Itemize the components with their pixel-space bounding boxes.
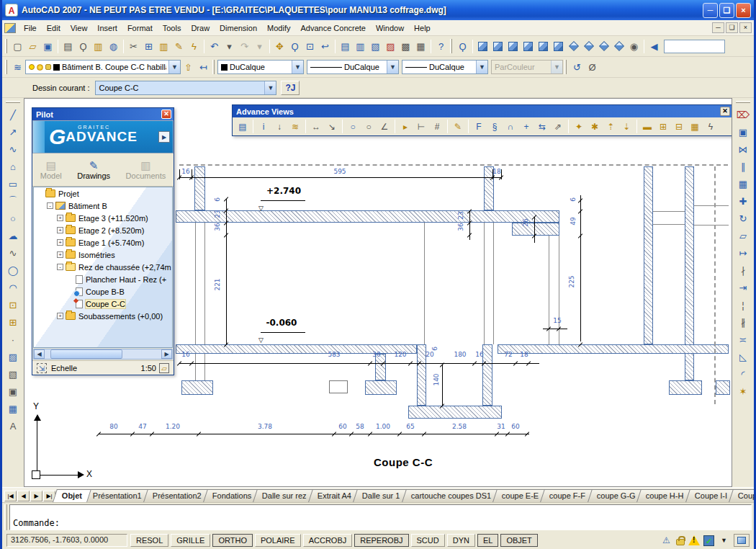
revision-cloud-icon[interactable]: ☁	[5, 227, 21, 244]
tab-cartouche-coupes-ds1[interactable]: cartouche coupes DS1	[402, 489, 500, 502]
expand-icon[interactable]: +	[57, 227, 63, 233]
sheet-set-manager-icon[interactable]: ▧	[368, 39, 383, 54]
rectangle-icon[interactable]: ▭	[5, 175, 21, 192]
clean-screen-button[interactable]	[734, 534, 750, 547]
pilot-tab-drawings[interactable]: ✎Drawings	[77, 160, 110, 180]
toolbar-lock-icon[interactable]	[676, 539, 685, 545]
stretch-icon[interactable]: ↦	[735, 244, 751, 262]
dimension-angle-icon[interactable]: ∠	[377, 119, 392, 135]
zoom-previous-icon[interactable]: ↩	[318, 39, 333, 54]
multiline-text-icon[interactable]: A	[5, 417, 21, 434]
lineweight-combo-dropdown[interactable]: ▼	[476, 61, 487, 73]
ellipse-icon[interactable]: ◯	[5, 262, 21, 279]
match-line-icon[interactable]: ⇆	[534, 119, 550, 135]
view-bottom-icon[interactable]	[490, 39, 505, 54]
design-center-icon[interactable]: ▥	[353, 39, 368, 54]
tree-item-coupe-b-b[interactable]: Coupe B-B	[34, 285, 172, 298]
communication-center-icon[interactable]: ⚠	[660, 535, 672, 546]
toolbar-grip[interactable]	[212, 60, 215, 74]
zoom-window-icon[interactable]: ⊡	[302, 39, 318, 54]
named-views-icon[interactable]: Ϙ	[455, 39, 470, 54]
scroll-right-icon[interactable]: ▶	[161, 349, 172, 359]
gradient-icon[interactable]: ▧	[5, 365, 21, 383]
tab-dalle-sur-1[interactable]: Dalle sur 1	[353, 489, 409, 502]
trim-icon[interactable]: ∤	[735, 262, 751, 279]
color-combo-dropdown[interactable]: ▼	[292, 61, 303, 73]
toolbar-grip[interactable]	[5, 39, 7, 53]
child-window-icon[interactable]	[4, 23, 16, 33]
new-file-icon[interactable]: ▢	[10, 39, 25, 54]
menu-advance-concrete[interactable]: Advance Concrete	[295, 22, 371, 34]
dimension-auto-icon[interactable]: ▸	[397, 119, 413, 135]
block-editor-icon[interactable]: ϟ	[186, 39, 202, 54]
warning-icon[interactable]	[688, 535, 700, 545]
dimension-single-icon[interactable]: ⊢	[413, 119, 429, 135]
pan-realtime-icon[interactable]: ✥	[272, 39, 287, 54]
redo-list-icon[interactable]: ▾	[252, 39, 267, 54]
advance-views-title-bar[interactable]: Advance Views ✕	[233, 105, 732, 117]
toolbar-grip[interactable]	[736, 101, 750, 103]
toggle-dyn[interactable]: DYN	[447, 534, 475, 547]
menu-help[interactable]: Help	[409, 22, 436, 34]
make-object-layer-current-icon[interactable]: ⇧	[181, 60, 196, 75]
toolbar-grip[interactable]	[6, 101, 20, 103]
restore-button[interactable]: ❏	[719, 3, 734, 18]
dimension-leader-icon[interactable]: ↘	[324, 119, 340, 135]
cut-symbol-icon[interactable]: +	[518, 119, 534, 135]
tree-item-etage-2-8-520m-[interactable]: +Etage 2 (+8.520m)	[34, 224, 172, 236]
sheet-icon[interactable]: ▱	[159, 363, 169, 373]
chamfer-icon[interactable]: ◺	[735, 348, 751, 365]
match-properties-icon[interactable]: ✎	[171, 39, 186, 54]
expand-icon[interactable]: +	[57, 251, 63, 258]
expand-icon[interactable]: +	[57, 313, 63, 319]
paste-icon[interactable]: ▥	[156, 39, 171, 54]
expand-icon[interactable]: +	[57, 239, 63, 246]
axis-circle-b-icon[interactable]: ○	[361, 119, 377, 135]
undo-icon[interactable]: ↶	[207, 39, 222, 54]
tab-coupe-h-h[interactable]: coupe H-H	[636, 489, 693, 502]
pilot-tab-model[interactable]: ▤Model	[40, 160, 62, 180]
dimension-chain-icon[interactable]: #	[429, 119, 445, 135]
child-close-button[interactable]: ×	[739, 22, 752, 33]
copy-clip-icon[interactable]: ⊞	[141, 39, 156, 54]
validation-icon[interactable]: ✓	[703, 535, 714, 546]
redo-icon[interactable]: ↷	[237, 39, 252, 54]
menu-edit[interactable]: Edit	[42, 22, 66, 34]
current-drawing-dropdown[interactable]: ▼	[264, 81, 276, 94]
menu-dimension[interactable]: Dimension	[215, 22, 262, 34]
web-publish-icon[interactable]: ◍	[106, 39, 121, 54]
view-left-icon[interactable]	[505, 39, 521, 54]
section-symbol-icon[interactable]: §	[487, 119, 503, 135]
toggle-polaire[interactable]: POLAIRE	[255, 534, 301, 547]
command-grip[interactable]	[4, 504, 7, 530]
region-icon[interactable]: ▣	[5, 383, 21, 400]
linetype-combo[interactable]: DuCalque ▼	[307, 60, 399, 74]
save-file-icon[interactable]: ▣	[40, 39, 55, 54]
tree-item-plancher-haut-rez-[interactable]: Plancher Haut - Rez (+	[34, 273, 172, 285]
tree-item-projet[interactable]: Projet	[34, 187, 172, 200]
search-input[interactable]	[664, 40, 725, 53]
menu-tools[interactable]: Tools	[158, 22, 186, 34]
autocad-app-icon[interactable]: A	[5, 4, 18, 17]
offset-icon[interactable]: ∥	[735, 158, 751, 175]
ellipse-arc-icon[interactable]: ◠	[5, 279, 21, 296]
open-file-icon[interactable]: ▱	[25, 39, 40, 54]
toolbar-grip[interactable]	[450, 39, 452, 53]
first-tab-button[interactable]: |◀	[4, 491, 17, 501]
quick-calc-icon[interactable]: ▦	[413, 39, 428, 54]
markup-set-manager-icon[interactable]: ▨	[383, 39, 398, 54]
copy-icon[interactable]: ▣	[735, 123, 751, 140]
menu-draw[interactable]: Draw	[186, 22, 215, 34]
pilot-title-bar[interactable]: Pilot ✕	[32, 108, 174, 120]
menu-view[interactable]: View	[66, 22, 93, 34]
plot-icon[interactable]: ▤	[60, 39, 76, 54]
drawing-help-button[interactable]: ?J	[281, 81, 300, 95]
make-block-icon[interactable]: ⊞	[5, 313, 21, 331]
toggle-accrobj[interactable]: ACCROBJ	[303, 534, 353, 547]
close-button[interactable]: ×	[736, 3, 751, 18]
tab-pr-sentation2[interactable]: Présentation2	[143, 489, 211, 502]
toggle-objet[interactable]: OBJET	[500, 534, 537, 547]
minimize-button[interactable]: ─	[703, 3, 718, 18]
leader-note-icon[interactable]: F	[471, 119, 487, 135]
menu-modify[interactable]: Modify	[262, 22, 295, 34]
